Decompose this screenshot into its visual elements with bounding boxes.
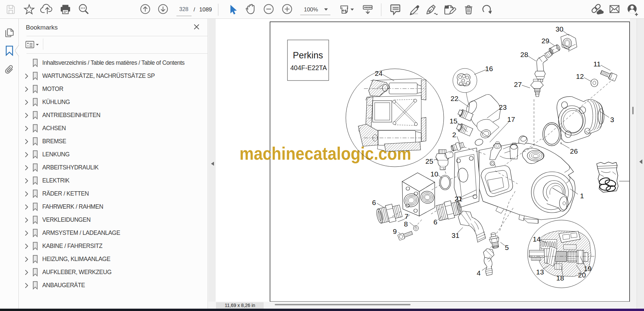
- svg-text:5: 5: [505, 244, 509, 251]
- svg-text:1: 1: [580, 192, 584, 200]
- svg-text:18: 18: [556, 274, 564, 282]
- svg-text:16: 16: [485, 65, 493, 72]
- svg-text:28: 28: [520, 51, 528, 58]
- svg-text:10: 10: [430, 170, 438, 178]
- svg-text:29: 29: [541, 37, 549, 45]
- svg-text:31: 31: [451, 231, 459, 239]
- svg-text:27: 27: [514, 81, 522, 88]
- svg-text:17: 17: [507, 115, 515, 123]
- svg-text:15: 15: [449, 117, 457, 125]
- svg-text:3: 3: [610, 116, 614, 123]
- svg-text:26: 26: [570, 147, 578, 155]
- svg-text:30: 30: [555, 25, 563, 33]
- svg-text:7: 7: [405, 212, 409, 220]
- svg-text:9: 9: [393, 227, 397, 235]
- svg-text:4: 4: [477, 269, 481, 277]
- svg-text:6: 6: [433, 218, 437, 226]
- svg-text:8: 8: [404, 220, 408, 228]
- svg-text:2: 2: [452, 131, 456, 139]
- svg-text:14: 14: [533, 235, 541, 243]
- svg-text:12: 12: [576, 72, 584, 80]
- svg-text:22: 22: [450, 95, 458, 102]
- svg-text:404F-E22TA: 404F-E22TA: [290, 64, 327, 71]
- svg-text:1089: 1089: [199, 6, 212, 13]
- svg-text:25: 25: [425, 157, 433, 165]
- svg-text:13: 13: [536, 268, 544, 276]
- svg-text:Perkins: Perkins: [293, 50, 323, 60]
- svg-text:24: 24: [375, 69, 383, 77]
- svg-text:/: /: [194, 6, 195, 13]
- svg-text:23: 23: [499, 103, 506, 111]
- svg-text:6: 6: [372, 199, 376, 206]
- svg-text:328: 328: [179, 6, 189, 12]
- svg-text:100%: 100%: [304, 6, 318, 12]
- svg-text:20: 20: [578, 271, 586, 279]
- svg-text:11: 11: [593, 60, 601, 68]
- svg-text:21: 21: [454, 195, 462, 203]
